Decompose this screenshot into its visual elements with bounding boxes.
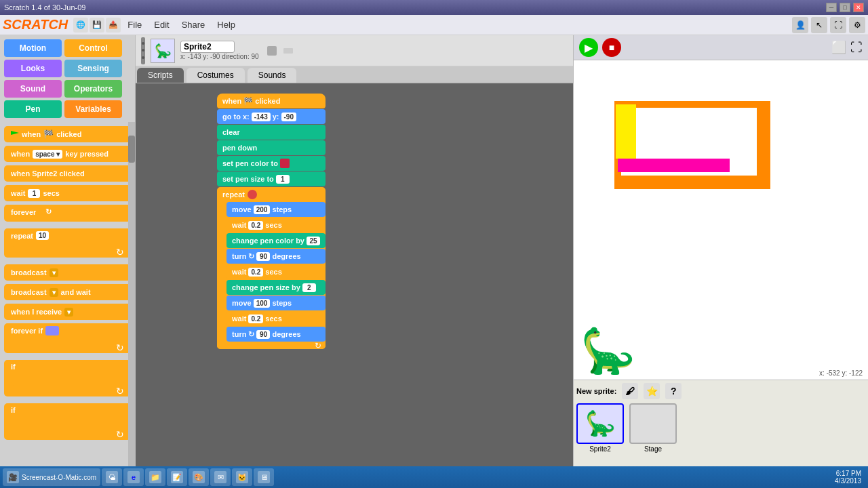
cat-variables[interactable]: Variables (64, 100, 122, 118)
panel-resize-handle[interactable] (141, 37, 145, 64)
script-pen-down[interactable]: pen down (217, 140, 326, 155)
cat-motion[interactable]: Motion (4, 39, 62, 57)
scrollbar[interactable] (128, 122, 135, 488)
taskbar-mail[interactable]: ✉ (210, 468, 231, 486)
block-list-wrapper: when 🏁 clicked when space ▾ key pressed … (0, 122, 135, 488)
block-wait[interactable]: wait 1 secs (4, 185, 131, 201)
stage-size-full[interactable]: ⛶ (850, 41, 863, 55)
stage-thumbnail (629, 403, 677, 444)
block-if[interactable]: if ↻ (4, 360, 131, 396)
script-turn-1[interactable]: turn ↻ 90 degrees (226, 249, 326, 264)
taskbar-weather[interactable]: 🌤 (102, 468, 122, 486)
cat-sensing[interactable]: Sensing (64, 60, 122, 77)
cat-looks[interactable]: Looks (4, 60, 62, 77)
settings-icon[interactable]: ⚙ (849, 17, 865, 33)
stage-size-normal[interactable]: ⬜ (831, 40, 846, 55)
block-categories: Motion Control Looks Sensing Sound Opera… (0, 35, 135, 122)
flag-symbol: 🏁 (43, 129, 54, 139)
script-set-pen-color[interactable]: set pen color to (217, 156, 326, 171)
script-wait-3[interactable]: wait 0.2 secs (226, 311, 326, 326)
sprite-thumbnail: 🦕 (151, 39, 175, 63)
block-when-sprite-clicked[interactable]: when Sprite2 clicked (4, 165, 131, 182)
block-if-else[interactable]: if ↻ (4, 403, 131, 440)
cat-operators[interactable]: Operators (64, 80, 122, 98)
paint-sprite-button[interactable]: 🖌 (622, 383, 638, 399)
taskbar: 🎥 Screencast-O-Matic.com 🌤 e 📁 📝 🎨 ✉ 🐱 🖥… (0, 466, 868, 488)
block-broadcast[interactable]: broadcast ▾ (4, 264, 131, 281)
minimize-button[interactable]: ─ (826, 3, 837, 12)
folder-icon: 📁 (149, 471, 161, 483)
block-repeat[interactable]: repeat 10 ↻ (4, 228, 131, 258)
sprite-lock-icon[interactable] (267, 46, 277, 56)
block-when-receive[interactable]: when I receive ▾ (4, 304, 131, 320)
taskbar-ie[interactable]: e (123, 468, 144, 486)
script-wait-1[interactable]: wait 0.2 secs (226, 218, 326, 232)
repeat-body: move 200 steps wait 0.2 secs change pen … (226, 202, 326, 342)
upload-icon[interactable]: 📤 (106, 18, 121, 33)
script-set-pen-size[interactable]: set pen size to 1 (217, 171, 326, 186)
script-move-100[interactable]: move 100 steps (226, 296, 326, 310)
dino-sprite: 🦕 (580, 329, 635, 373)
menu-help[interactable]: Help (212, 18, 241, 32)
menu-file[interactable]: File (122, 18, 147, 32)
taskbar-paint[interactable]: 🎨 (189, 468, 209, 486)
tab-costumes[interactable]: Costumes (186, 68, 245, 83)
star-sprite-button[interactable]: ⭐ (644, 383, 660, 399)
taskbar-notepad[interactable]: 📝 (167, 468, 187, 486)
taskbar-scratch2[interactable]: 🐱 (232, 468, 252, 486)
sprite-item-stage[interactable]: Stage (629, 403, 677, 453)
stage-yellow-rect (616, 104, 636, 159)
script-wait-2[interactable]: wait 0.2 secs (226, 264, 326, 279)
script-goto[interactable]: go to x: -143 y: -90 (217, 109, 326, 124)
block-forever[interactable]: forever ↻ (4, 205, 131, 222)
sprite-visibility[interactable] (283, 48, 293, 54)
close-button[interactable]: ✕ (853, 3, 864, 12)
globe-icon[interactable]: 🌐 (73, 18, 88, 33)
block-when-clicked[interactable]: when 🏁 clicked (4, 126, 131, 142)
help-sprite-button[interactable]: ? (665, 383, 682, 399)
block-forever-if[interactable]: forever if ↻ (4, 323, 131, 353)
tab-scripts[interactable]: Scripts (137, 68, 184, 83)
window-controls: ─ □ ✕ (826, 3, 864, 12)
pen-color-swatch[interactable] (280, 159, 290, 168)
script-move-200[interactable]: move 200 steps (226, 202, 326, 217)
mail-icon: ✉ (214, 471, 226, 483)
stage-area: 🦕 x: -532 y: -122 (574, 60, 868, 380)
notepad-icon: 📝 (171, 471, 183, 483)
cursor-icon[interactable]: ↖ (811, 17, 827, 33)
ie-icon: e (127, 471, 140, 483)
block-list: when 🏁 clicked when space ▾ key pressed … (0, 122, 135, 488)
script-repeat-block[interactable]: repeat move 200 steps wait 0.2 secs (217, 187, 326, 349)
script-area[interactable]: when 🏁 clicked go to x: -143 y: -90 clea… (136, 83, 573, 488)
taskbar-folder[interactable]: 📁 (145, 468, 165, 486)
script-group-1: when 🏁 clicked go to x: -143 y: -90 clea… (217, 94, 326, 350)
cat-control[interactable]: Control (64, 39, 122, 57)
script-change-pen-size[interactable]: change pen size by 2 (226, 280, 326, 295)
monitor-icon: 🖥 (258, 471, 270, 483)
save-icon[interactable]: 💾 (90, 18, 104, 33)
menu-share[interactable]: Share (176, 18, 211, 32)
repeat-value-circle (248, 190, 257, 199)
sprite-item-sprite2[interactable]: 🦕 Sprite2 (576, 403, 624, 453)
fullscreen-icon[interactable]: ⛶ (830, 17, 846, 33)
scroll-thumb[interactable] (128, 136, 135, 163)
stop-button[interactable]: ■ (602, 38, 621, 57)
sprite-name-input[interactable] (180, 41, 235, 53)
tab-bar: Scripts Costumes Sounds (136, 66, 573, 83)
menu-edit[interactable]: Edit (149, 18, 174, 32)
account-icon[interactable]: 👤 (792, 17, 808, 33)
titlebar-title: Scratch 1.4 of 30-Jun-09 (4, 3, 85, 12)
taskbar-monitor[interactable]: 🖥 (254, 468, 274, 486)
cat-pen[interactable]: Pen (4, 100, 62, 118)
block-when-key[interactable]: when space ▾ key pressed (4, 146, 131, 162)
taskbar-screencast[interactable]: 🎥 Screencast-O-Matic.com (3, 468, 100, 486)
tab-sounds[interactable]: Sounds (248, 68, 297, 83)
green-flag-button[interactable]: ▶ (579, 38, 598, 57)
script-when-clicked[interactable]: when 🏁 clicked (217, 94, 326, 108)
script-clear[interactable]: clear (217, 125, 326, 140)
cat-sound[interactable]: Sound (4, 80, 62, 98)
script-turn-2[interactable]: turn ↻ 90 degrees (226, 327, 326, 342)
block-broadcast-wait[interactable]: broadcast ▾ and wait (4, 284, 131, 300)
maximize-button[interactable]: □ (840, 3, 850, 12)
script-change-pen-color[interactable]: change pen color by 25 (226, 233, 326, 248)
